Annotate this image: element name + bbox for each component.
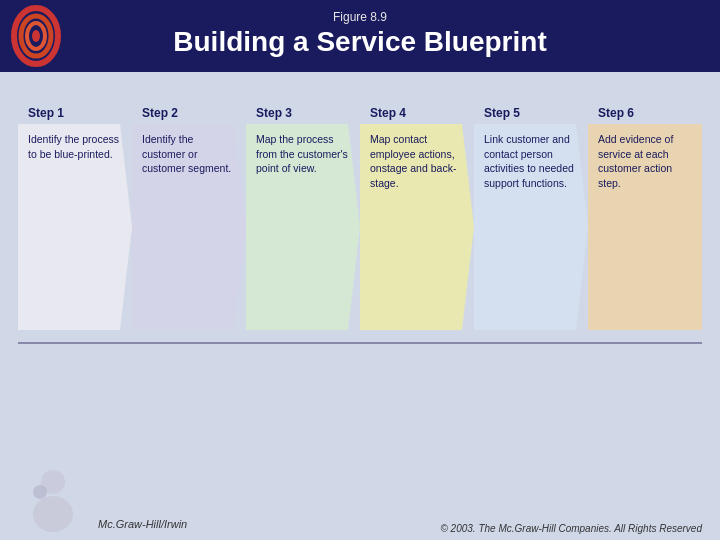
footer: Mc.Graw-Hill/Irwin © 2003. The Mc.Graw-H… [0,456,720,540]
step-4-wrapper: Step 4 Map contact employee actions, ons… [360,100,474,330]
svg-point-5 [33,496,73,532]
figure-label: Figure 8.9 [20,10,700,24]
step-1-wrapper: Step 1 Identify the process to be blue-p… [18,100,132,330]
slide-title: Building a Service Blueprint [20,26,700,58]
step-6-content: Add evidence of service at each customer… [588,124,702,330]
step-4-content: Map contact employee actions, onstage an… [360,124,474,330]
steps-row: Step 1 Identify the process to be blue-p… [18,100,702,330]
separator-line [18,342,702,344]
step-6-label: Step 6 [588,100,702,124]
step-6-wrapper: Step 6 Add evidence of service at each c… [588,100,702,330]
step-3-label: Step 3 [246,100,360,124]
step-3-content: Map the process from the customer's poin… [246,124,360,330]
step-5-text: Link customer and contact person activit… [484,132,576,191]
content-area: Step 1 Identify the process to be blue-p… [0,72,720,342]
step-1-content: Identify the process to be blue-printed. [18,124,132,330]
step-4-text: Map contact employee actions, onstage an… [370,132,462,191]
step-6-text: Add evidence of service at each customer… [598,132,690,191]
step-3-wrapper: Step 3 Map the process from the customer… [246,100,360,330]
step-4-label: Step 4 [360,100,474,124]
step-2-text: Identify the customer or customer segmen… [142,132,234,176]
step-1-text: Identify the process to be blue-printed. [28,132,120,161]
publisher-text: Mc.Graw-Hill/Irwin [98,518,187,530]
step-3-text: Map the process from the customer's poin… [256,132,348,176]
step-5-content: Link customer and contact person activit… [474,124,588,330]
step-1-label: Step 1 [18,100,132,124]
copyright-text: © 2003. The Mc.Graw-Hill Companies. All … [440,523,702,534]
step-2-wrapper: Step 2 Identify the customer or customer… [132,100,246,330]
svg-point-3 [32,30,40,42]
step-5-label: Step 5 [474,100,588,124]
step-2-label: Step 2 [132,100,246,124]
svg-point-6 [33,485,47,499]
footer-left: Mc.Graw-Hill/Irwin [18,464,187,534]
step-2-content: Identify the customer or customer segmen… [132,124,246,330]
slide: Figure 8.9 Building a Service Blueprint … [0,0,720,540]
spiral-decoration [8,4,63,69]
person-silhouette [18,464,88,534]
header: Figure 8.9 Building a Service Blueprint [0,0,720,72]
step-5-wrapper: Step 5 Link customer and contact person … [474,100,588,330]
